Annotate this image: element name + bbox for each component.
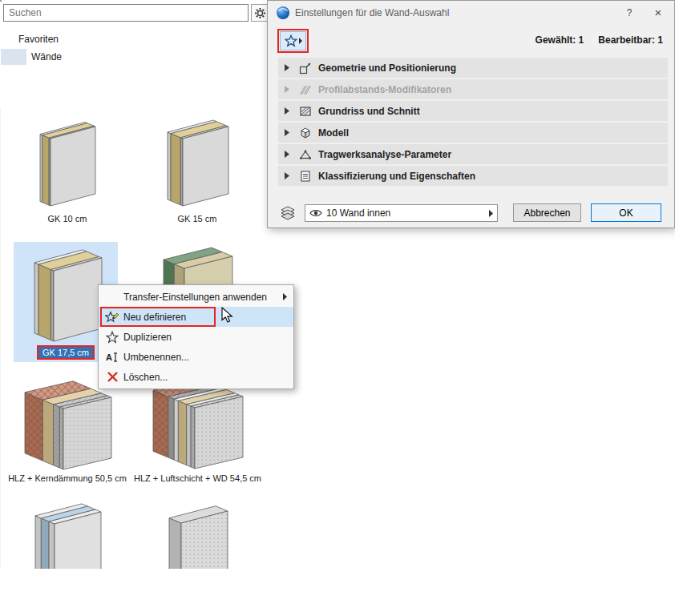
rename-icon: A [106,351,119,364]
cancel-button[interactable]: Abbrechen [513,203,581,222]
section-grundriss[interactable]: Grundriss und Schnitt [278,101,668,121]
tree-item-label: Wände [31,51,62,62]
delete-x-icon [107,371,119,383]
wall-preview-gk-10[interactable] [36,118,99,210]
wall-preview-hlz-kerndaemmung[interactable] [21,376,115,473]
annotation-box [277,29,309,53]
section-klassifizierung[interactable]: Klassifizierung und Eigenschaften [278,166,668,186]
mouse-cursor [221,307,234,324]
tree-item-favoriten[interactable]: Favoriten [1,31,9,47]
annotation-box: GK 17,5 cm [37,345,95,360]
menu-item-label: Duplizieren [123,332,172,343]
selection-status: Gewählt: 1Bearbeitbar: 1 [536,34,663,46]
help-button[interactable]: ? [616,1,642,25]
expand-arrow-icon [285,172,290,180]
wall-settings-dialog: Einstellungen für die Wand-Auswahl ? × G… [267,0,675,228]
section-label: Klassifizierung und Eigenschaften [318,171,475,182]
favorites-button[interactable] [280,31,306,50]
model-icon [299,127,312,139]
menu-item-transfer-einstellungen[interactable]: Transfer-Einstellungen anwenden [99,287,293,307]
menu-item-duplizieren[interactable]: Duplizieren [99,327,293,347]
dialog-titlebar[interactable]: Einstellungen für die Wand-Auswahl ? × [268,1,674,25]
close-button[interactable]: × [644,1,673,25]
layer-combo[interactable]: 10 Wand innen [305,204,498,222]
section-label: Modell [318,127,349,139]
menu-item-loeschen[interactable]: Löschen... [99,367,293,387]
search-input[interactable] [3,4,249,22]
dialog-sections: Geometrie und Positionierung Profilabsta… [278,58,668,187]
section-geometrie[interactable]: Geometrie und Positionierung [278,58,668,78]
wall-preview-hlz-luftschicht[interactable] [149,375,247,473]
expand-arrow-icon [285,107,290,115]
combo-arrow-icon [489,210,493,217]
menu-item-label: Neu definieren [123,312,186,323]
wall-label: HLZ + Kerndämmung 50,5 cm [2,473,132,484]
tree-item-waende[interactable]: Wände [1,49,26,65]
expand-arrow-icon [285,64,290,72]
favorites-palette: Favoriten Wände GK 10 cm GK 15 cm GK 17,… [0,0,2,2]
expand-arrow-icon [285,129,290,137]
scroll-up-button[interactable] [0,107,1,120]
wall-preview-partial[interactable] [165,501,232,569]
context-menu: Transfer-Einstellungen anwenden Neu defi… [98,284,294,389]
section-modell[interactable]: Modell [278,123,668,143]
classification-icon [299,170,312,183]
wall-preview-gk-175[interactable] [30,245,106,345]
section-label: Grundriss und Schnitt [318,106,420,117]
dialog-footer: 10 Wand innen Abbrechen OK [278,203,668,223]
wall-label: GK 10 cm [2,214,132,224]
plan-section-icon [299,105,312,118]
selected-wall-label: GK 17,5 cm [38,347,93,358]
flyout-arrow-icon [299,38,302,44]
wall-preview-partial[interactable] [31,499,105,569]
structural-analysis-icon [299,148,312,161]
wall-preview-gk-15[interactable] [164,116,232,210]
menu-item-label: Löschen... [123,372,168,383]
svg-text:A: A [106,352,112,362]
eye-icon [309,208,322,218]
status-editable: Bearbeitbar: 1 [598,34,663,46]
section-profilabstand[interactable]: Profilabstands-Modifikatoren [278,79,668,99]
section-tragwerksanalyse[interactable]: Tragwerksanalyse-Parameter [278,144,668,164]
section-label: Geometrie und Positionierung [318,62,456,74]
profile-offset-icon [299,83,312,96]
wall-label: HLZ + Luftschicht + WD 54,5 cm [131,473,264,484]
menu-item-label: Umbenennen... [123,352,189,363]
archicad-icon [276,6,290,20]
layer-combo-value: 10 Wand innen [326,207,489,219]
star-icon [285,34,297,47]
geometry-icon [299,62,312,74]
expand-arrow-icon [285,86,290,94]
scroll-down-button[interactable] [0,556,1,569]
scrollbar[interactable] [0,107,1,569]
menu-item-label: Transfer-Einstellungen anwenden [123,292,267,303]
menu-item-umbenennen[interactable]: A Umbenennen... [99,347,293,367]
expand-arrow-icon [285,151,290,159]
layers-icon [280,206,299,220]
redefine-icon [105,310,119,324]
status-selected: Gewählt: 1 [536,34,584,46]
wall-label: GK 15 cm [132,214,262,224]
tree-item-label: Favoriten [18,34,59,45]
gear-icon [254,7,266,19]
section-label: Profilabstands-Modifikatoren [318,84,451,95]
submenu-arrow-icon [283,293,287,300]
dialog-title: Einstellungen für die Wand-Auswahl [295,1,449,25]
section-label: Tragwerksanalyse-Parameter [318,149,451,160]
star-icon [106,331,119,344]
ok-button[interactable]: OK [591,203,661,222]
menu-item-neu-definieren[interactable]: Neu definieren [99,307,293,327]
